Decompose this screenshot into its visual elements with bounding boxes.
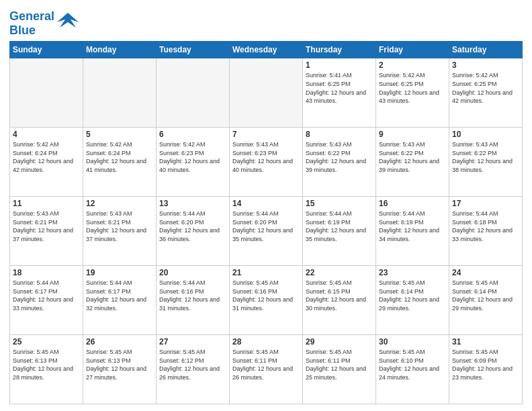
calendar-day-cell: 8Sunrise: 5:43 AMSunset: 6:22 PMDaylight… [303, 128, 376, 197]
day-info: Sunrise: 5:45 AMSunset: 6:14 PMDaylight:… [452, 279, 519, 312]
day-info: Sunrise: 5:45 AMSunset: 6:11 PMDaylight:… [232, 348, 300, 381]
day-number: 2 [379, 60, 446, 70]
day-number: 21 [232, 268, 300, 277]
day-number: 28 [232, 337, 300, 347]
calendar-week-row: 1Sunrise: 5:41 AMSunset: 6:25 PMDaylight… [10, 58, 523, 128]
day-number: 18 [13, 268, 80, 277]
day-info: Sunrise: 5:45 AMSunset: 6:09 PMDaylight:… [452, 348, 519, 381]
day-info: Sunrise: 5:44 AMSunset: 6:19 PMDaylight:… [379, 210, 446, 243]
day-number: 23 [379, 268, 446, 277]
calendar-day-cell: 4Sunrise: 5:42 AMSunset: 6:24 PMDaylight… [10, 128, 83, 197]
day-number: 7 [232, 130, 300, 139]
calendar-day-cell: 9Sunrise: 5:43 AMSunset: 6:22 PMDaylight… [376, 128, 449, 197]
day-number: 27 [159, 337, 226, 347]
weekday-header: Wednesday [230, 42, 303, 58]
day-info: Sunrise: 5:45 AMSunset: 6:13 PMDaylight:… [13, 348, 80, 381]
day-number: 12 [86, 199, 153, 208]
day-info: Sunrise: 5:42 AMSunset: 6:25 PMDaylight:… [452, 71, 519, 105]
weekday-header: Monday [83, 42, 157, 58]
day-number: 11 [13, 199, 80, 208]
calendar-day-cell: 11Sunrise: 5:43 AMSunset: 6:21 PMDayligh… [10, 197, 83, 266]
day-info: Sunrise: 5:45 AMSunset: 6:16 PMDaylight:… [232, 279, 300, 312]
calendar-week-row: 11Sunrise: 5:43 AMSunset: 6:21 PMDayligh… [10, 197, 523, 266]
day-info: Sunrise: 5:45 AMSunset: 6:15 PMDaylight:… [306, 279, 373, 312]
day-info: Sunrise: 5:44 AMSunset: 6:19 PMDaylight:… [306, 210, 373, 243]
calendar-day-cell: 7Sunrise: 5:43 AMSunset: 6:23 PMDaylight… [230, 128, 303, 197]
calendar-day-cell: 27Sunrise: 5:45 AMSunset: 6:12 PMDayligh… [157, 335, 230, 404]
day-info: Sunrise: 5:44 AMSunset: 6:17 PMDaylight:… [86, 279, 153, 312]
day-info: Sunrise: 5:45 AMSunset: 6:14 PMDaylight:… [379, 279, 446, 312]
calendar-day-cell: 16Sunrise: 5:44 AMSunset: 6:19 PMDayligh… [376, 197, 449, 266]
calendar-day-cell: 1Sunrise: 5:41 AMSunset: 6:25 PMDaylight… [303, 58, 376, 128]
day-number: 24 [452, 268, 519, 277]
day-number: 8 [306, 130, 373, 139]
svg-marker-0 [57, 13, 79, 28]
calendar-day-cell [230, 58, 303, 128]
day-info: Sunrise: 5:45 AMSunset: 6:10 PMDaylight:… [379, 348, 446, 381]
day-info: Sunrise: 5:44 AMSunset: 6:20 PMDaylight:… [159, 210, 226, 243]
calendar-day-cell: 28Sunrise: 5:45 AMSunset: 6:11 PMDayligh… [230, 335, 303, 404]
header: General Blue [9, 7, 523, 37]
day-number: 22 [306, 268, 373, 277]
calendar-day-cell: 24Sunrise: 5:45 AMSunset: 6:14 PMDayligh… [449, 266, 523, 335]
day-info: Sunrise: 5:45 AMSunset: 6:11 PMDaylight:… [306, 348, 373, 381]
calendar-day-cell: 13Sunrise: 5:44 AMSunset: 6:20 PMDayligh… [157, 197, 230, 266]
calendar-day-cell: 30Sunrise: 5:45 AMSunset: 6:10 PMDayligh… [376, 335, 449, 404]
day-info: Sunrise: 5:44 AMSunset: 6:16 PMDaylight:… [159, 279, 226, 312]
logo-bird-icon [57, 10, 79, 32]
day-info: Sunrise: 5:41 AMSunset: 6:25 PMDaylight:… [306, 71, 373, 105]
calendar-day-cell: 12Sunrise: 5:43 AMSunset: 6:21 PMDayligh… [83, 197, 157, 266]
calendar-day-cell: 18Sunrise: 5:44 AMSunset: 6:17 PMDayligh… [10, 266, 83, 335]
day-number: 3 [452, 60, 519, 70]
calendar-day-cell: 2Sunrise: 5:42 AMSunset: 6:25 PMDaylight… [376, 58, 449, 128]
day-info: Sunrise: 5:43 AMSunset: 6:22 PMDaylight:… [452, 140, 519, 174]
calendar-day-cell: 3Sunrise: 5:42 AMSunset: 6:25 PMDaylight… [449, 58, 523, 128]
day-number: 26 [86, 337, 153, 347]
day-info: Sunrise: 5:44 AMSunset: 6:17 PMDaylight:… [13, 279, 80, 312]
calendar-day-cell: 19Sunrise: 5:44 AMSunset: 6:17 PMDayligh… [83, 266, 157, 335]
calendar-table: SundayMondayTuesdayWednesdayThursdayFrid… [9, 41, 523, 404]
day-number: 29 [306, 337, 373, 347]
calendar-week-row: 18Sunrise: 5:44 AMSunset: 6:17 PMDayligh… [10, 266, 523, 335]
day-info: Sunrise: 5:45 AMSunset: 6:13 PMDaylight:… [86, 348, 153, 381]
day-info: Sunrise: 5:45 AMSunset: 6:12 PMDaylight:… [159, 348, 226, 381]
calendar-day-cell: 21Sunrise: 5:45 AMSunset: 6:16 PMDayligh… [230, 266, 303, 335]
calendar-day-cell: 26Sunrise: 5:45 AMSunset: 6:13 PMDayligh… [83, 335, 157, 404]
weekday-header: Saturday [449, 42, 523, 58]
calendar-day-cell: 5Sunrise: 5:42 AMSunset: 6:24 PMDaylight… [83, 128, 157, 197]
day-number: 13 [159, 199, 226, 208]
calendar-day-cell: 25Sunrise: 5:45 AMSunset: 6:13 PMDayligh… [10, 335, 83, 404]
calendar-day-cell: 15Sunrise: 5:44 AMSunset: 6:19 PMDayligh… [303, 197, 376, 266]
day-number: 25 [13, 337, 80, 347]
day-info: Sunrise: 5:42 AMSunset: 6:24 PMDaylight:… [13, 140, 80, 174]
calendar-day-cell: 20Sunrise: 5:44 AMSunset: 6:16 PMDayligh… [157, 266, 230, 335]
day-info: Sunrise: 5:44 AMSunset: 6:18 PMDaylight:… [452, 210, 519, 243]
day-info: Sunrise: 5:43 AMSunset: 6:22 PMDaylight:… [306, 140, 373, 174]
day-number: 30 [379, 337, 446, 347]
day-info: Sunrise: 5:42 AMSunset: 6:23 PMDaylight:… [159, 140, 226, 174]
calendar-day-cell [10, 58, 83, 128]
day-number: 20 [159, 268, 226, 277]
day-number: 6 [159, 130, 226, 139]
calendar-day-cell: 29Sunrise: 5:45 AMSunset: 6:11 PMDayligh… [303, 335, 376, 404]
day-info: Sunrise: 5:43 AMSunset: 6:21 PMDaylight:… [86, 210, 153, 243]
day-info: Sunrise: 5:43 AMSunset: 6:21 PMDaylight:… [13, 210, 80, 243]
day-info: Sunrise: 5:43 AMSunset: 6:23 PMDaylight:… [232, 140, 300, 174]
day-info: Sunrise: 5:43 AMSunset: 6:22 PMDaylight:… [379, 140, 446, 174]
logo-text: General Blue [9, 9, 79, 37]
weekday-header: Sunday [10, 42, 83, 58]
calendar-day-cell: 17Sunrise: 5:44 AMSunset: 6:18 PMDayligh… [449, 197, 523, 266]
calendar-week-row: 4Sunrise: 5:42 AMSunset: 6:24 PMDaylight… [10, 128, 523, 197]
day-number: 5 [86, 130, 153, 139]
calendar-day-cell: 23Sunrise: 5:45 AMSunset: 6:14 PMDayligh… [376, 266, 449, 335]
calendar-day-cell: 22Sunrise: 5:45 AMSunset: 6:15 PMDayligh… [303, 266, 376, 335]
day-number: 19 [86, 268, 153, 277]
day-number: 15 [306, 199, 373, 208]
day-number: 16 [379, 199, 446, 208]
calendar-day-cell: 10Sunrise: 5:43 AMSunset: 6:22 PMDayligh… [449, 128, 523, 197]
day-number: 1 [306, 60, 373, 70]
calendar-header-row: SundayMondayTuesdayWednesdayThursdayFrid… [10, 42, 523, 58]
day-info: Sunrise: 5:42 AMSunset: 6:25 PMDaylight:… [379, 71, 446, 105]
day-number: 14 [232, 199, 300, 208]
calendar-day-cell: 6Sunrise: 5:42 AMSunset: 6:23 PMDaylight… [157, 128, 230, 197]
